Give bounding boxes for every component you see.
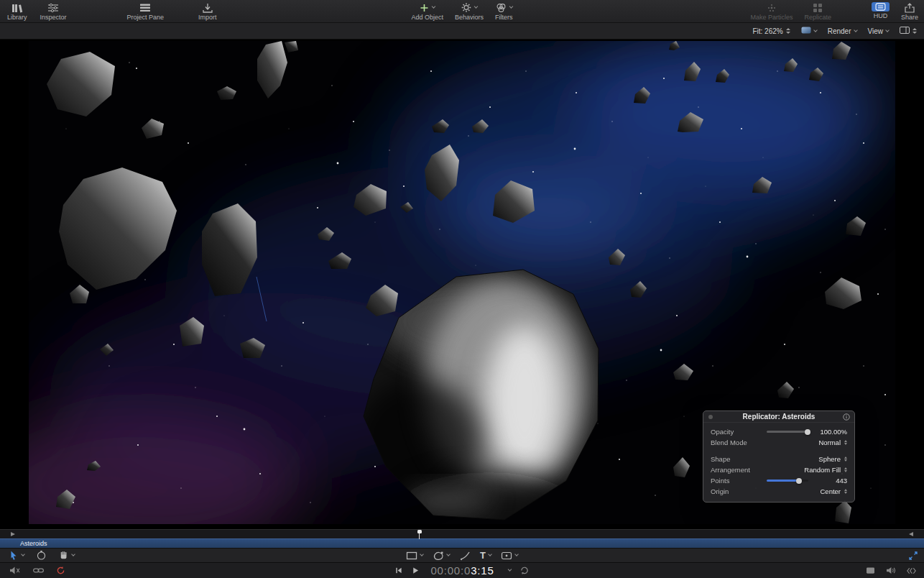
track-label: Asteroids (0, 540, 47, 547)
timeline-end-marker-icon[interactable] (909, 532, 913, 536)
render-popup[interactable]: Render (828, 27, 857, 35)
slider-knob[interactable] (796, 478, 802, 484)
display-icon[interactable] (866, 566, 875, 574)
chevron-down-icon (514, 552, 519, 556)
hud-row-shape: Shape Sphere (711, 454, 847, 464)
motion-app-window: Library Inspector Project Pane Import Ad… (0, 0, 924, 578)
chevron-down-icon (71, 552, 75, 556)
record-animation-icon[interactable] (56, 566, 65, 575)
hud-panel[interactable]: Replicator: Asteroids Opacity 100.00% Bl… (703, 410, 855, 503)
timecode-display[interactable]: 00:00:03:15 (430, 564, 494, 577)
shape-value: Sphere (818, 455, 841, 463)
playhead[interactable] (419, 530, 420, 539)
layout-stepper-icon[interactable] (913, 28, 917, 34)
loop-playback-icon[interactable] (520, 566, 530, 575)
popup-arrows-icon (844, 457, 847, 462)
hud-row-points: Points 443 (711, 475, 847, 486)
hud-title-bar[interactable]: Replicator: Asteroids (703, 411, 854, 423)
inspector-label: Inspector (40, 14, 67, 21)
project-pane-label: Project Pane (127, 14, 165, 21)
arrangement-label: Arrangement (711, 466, 804, 474)
origin-value: Center (820, 487, 841, 495)
timeline-start-marker-icon[interactable] (11, 532, 15, 536)
make-particles-button: Make Particles (750, 2, 793, 21)
origin-popup[interactable]: Center (820, 487, 847, 495)
hud-label: HUD (874, 12, 888, 19)
behaviors-label: Behaviors (455, 14, 484, 21)
zoom-fit-label: Fit: 262% (752, 27, 782, 35)
behaviors-button[interactable]: Behaviors (455, 2, 484, 21)
arrangement-popup[interactable]: Random Fill (804, 466, 847, 474)
layout-icon (900, 27, 910, 35)
chevron-down-icon (432, 4, 436, 9)
hud-row-opacity: Opacity 100.00% (711, 426, 847, 437)
points-value[interactable]: 443 (814, 477, 847, 485)
share-label: Share (901, 14, 918, 21)
opacity-value[interactable]: 100.00% (814, 428, 847, 436)
info-icon[interactable] (843, 413, 850, 421)
shape-popup[interactable]: Sphere (818, 455, 847, 463)
shape-tool-button[interactable] (501, 551, 518, 560)
slider-knob[interactable] (805, 429, 810, 435)
mask-tool-button[interactable] (433, 551, 450, 561)
make-particles-label: Make Particles (750, 14, 793, 21)
hud-title: Replicator: Asteroids (743, 413, 816, 421)
hud-toggle-button[interactable]: HUD (872, 2, 890, 19)
library-label: Library (7, 14, 27, 21)
blend-mode-popup[interactable]: Normal (818, 439, 847, 446)
rectangle-tool-button[interactable] (406, 551, 423, 560)
import-button[interactable]: Import (198, 2, 217, 21)
pan-hand-tool-button[interactable] (58, 550, 75, 561)
share-button[interactable]: Share (901, 2, 918, 21)
project-pane-button[interactable]: Project Pane (127, 2, 165, 21)
opacity-slider[interactable] (767, 431, 808, 433)
make-particles-icon (766, 2, 777, 13)
view-popup[interactable]: View (868, 27, 890, 35)
shape-label: Shape (711, 455, 818, 463)
chevron-down-icon (509, 4, 513, 9)
track-asteroids[interactable]: Asteroids (0, 538, 924, 548)
zoom-stepper-icon[interactable] (786, 28, 790, 34)
hud-row-origin: Origin Center (711, 486, 847, 497)
text-tool-button[interactable]: T (480, 551, 491, 560)
canvas-area: Replicator: Asteroids Opacity 100.00% Bl… (0, 40, 924, 529)
library-icon (11, 2, 23, 13)
arrangement-value: Random Fill (804, 466, 841, 474)
tools-bar: T (0, 548, 924, 562)
play-button[interactable] (411, 566, 419, 574)
library-button[interactable]: Library (7, 2, 27, 21)
chevron-down-icon (446, 552, 451, 556)
inspector-button[interactable]: Inspector (40, 2, 67, 21)
hud-dim-icon (708, 415, 713, 419)
replicate-icon (812, 2, 823, 13)
expand-timeline-icon[interactable] (908, 551, 918, 561)
hud-icon (872, 2, 890, 12)
popup-arrows-icon (844, 489, 847, 495)
audio-mute-icon[interactable] (9, 566, 21, 575)
timecode-popup-chevron-icon[interactable] (508, 567, 512, 572)
layout-control[interactable] (900, 27, 917, 35)
chevron-down-icon (854, 28, 858, 32)
channels-popup[interactable] (801, 27, 817, 35)
double-chevron-icon[interactable] (906, 567, 917, 574)
view-label: View (868, 27, 884, 35)
link-icon[interactable] (32, 566, 45, 574)
share-icon (904, 2, 915, 13)
speaker-icon[interactable] (885, 566, 896, 574)
hud-row-arrangement: Arrangement Random Fill (711, 464, 847, 475)
points-slider[interactable] (767, 480, 808, 482)
filters-button[interactable]: Filters (495, 2, 513, 21)
zoom-fit-control[interactable]: Fit: 262% (752, 27, 790, 35)
add-object-button[interactable]: Add Object (411, 2, 443, 21)
transport-bar: 00:00:03:15 (0, 562, 924, 578)
import-label: Import (198, 14, 217, 21)
select-tool-button[interactable] (9, 550, 24, 561)
paint-stroke-tool-button[interactable] (459, 551, 471, 561)
blend-mode-value: Normal (818, 439, 841, 446)
mini-timeline[interactable] (0, 529, 924, 538)
origin-label: Origin (711, 487, 820, 495)
previous-frame-button[interactable] (394, 566, 402, 574)
points-label: Points (711, 477, 767, 485)
popup-arrows-icon (844, 467, 847, 473)
adjust-item-tool-button[interactable] (36, 550, 47, 561)
